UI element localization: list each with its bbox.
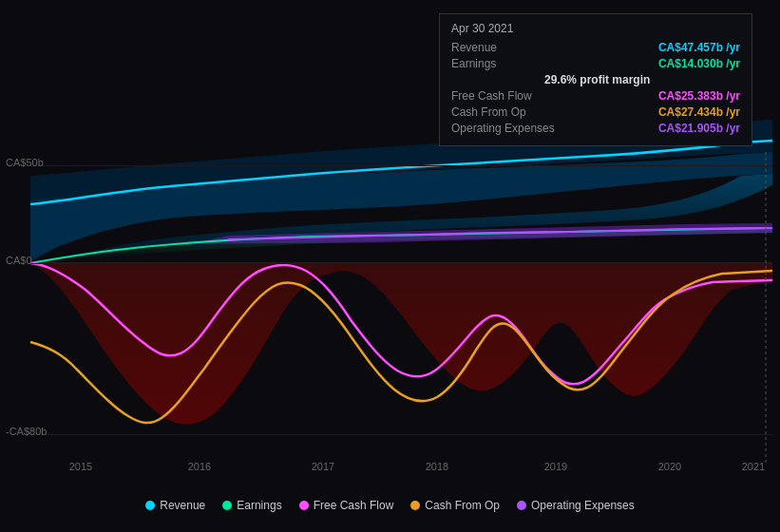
legend-dot-fcf	[299, 501, 309, 510]
y-label-0: CA$0	[6, 255, 32, 266]
x-label-2018: 2018	[426, 461, 448, 472]
tooltip-opex-value: CA$21.905b /yr	[658, 122, 740, 135]
legend-label-fcf: Free Cash Flow	[314, 499, 394, 512]
x-label-2019: 2019	[544, 461, 567, 472]
tooltip-fcf-label: Free Cash Flow	[451, 89, 532, 103]
legend-item-cashop[interactable]: Cash From Op	[410, 499, 500, 512]
tooltip-opex-row: Operating Expenses CA$21.905b /yr	[451, 122, 740, 135]
y-label-neg80b: -CA$80b	[6, 426, 47, 437]
tooltip-profit-margin: 29.6% profit margin	[451, 73, 740, 86]
legend-label-opex: Operating Expenses	[531, 499, 635, 512]
negative-area	[30, 263, 772, 425]
chart-legend: Revenue Earnings Free Cash Flow Cash Fro…	[0, 486, 780, 524]
tooltip-fcf-row: Free Cash Flow CA$25.383b /yr	[451, 89, 740, 103]
tooltip-earnings-label: Earnings	[451, 57, 496, 70]
gridline-mid	[29, 263, 772, 264]
tooltip-earnings-row: Earnings CA$14.030b /yr	[451, 57, 740, 70]
tooltip-date: Apr 30 2021	[451, 22, 740, 35]
legend-dot-earnings	[222, 501, 232, 510]
tooltip-opex-label: Operating Expenses	[451, 122, 555, 135]
legend-label-revenue: Revenue	[160, 499, 205, 512]
gridline-top	[29, 165, 772, 166]
legend-dot-cashop	[410, 501, 420, 510]
tooltip-cashop-value: CA$27.434b /yr	[658, 105, 740, 119]
legend-item-fcf[interactable]: Free Cash Flow	[299, 499, 394, 512]
gridline-bot	[29, 434, 772, 435]
tooltip-revenue-row: Revenue CA$47.457b /yr	[451, 41, 740, 54]
tooltip-fcf-value: CA$25.383b /yr	[658, 89, 740, 103]
x-label-2021: 2021	[742, 461, 765, 472]
tooltip-revenue-label: Revenue	[451, 41, 497, 54]
legend-dot-revenue	[145, 501, 155, 510]
legend-item-opex[interactable]: Operating Expenses	[517, 499, 635, 512]
legend-label-cashop: Cash From Op	[425, 499, 500, 512]
legend-label-earnings: Earnings	[237, 499, 281, 512]
x-label-2017: 2017	[312, 461, 334, 472]
legend-item-revenue[interactable]: Revenue	[145, 499, 205, 512]
tooltip-cashop-label: Cash From Op	[451, 105, 526, 119]
legend-item-earnings[interactable]: Earnings	[222, 499, 281, 512]
tooltip-earnings-value: CA$14.030b /yr	[658, 57, 740, 70]
legend-dot-opex	[517, 501, 526, 510]
y-label-50b: CA$50b	[6, 157, 44, 168]
tooltip-revenue-value: CA$47.457b /yr	[658, 41, 740, 54]
tooltip-panel: Apr 30 2021 Revenue CA$47.457b /yr Earni…	[439, 13, 752, 146]
x-label-2015: 2015	[69, 461, 92, 472]
x-label-2020: 2020	[658, 461, 681, 472]
tooltip-cashop-row: Cash From Op CA$27.434b /yr	[451, 105, 740, 119]
x-label-2016: 2016	[188, 461, 211, 472]
